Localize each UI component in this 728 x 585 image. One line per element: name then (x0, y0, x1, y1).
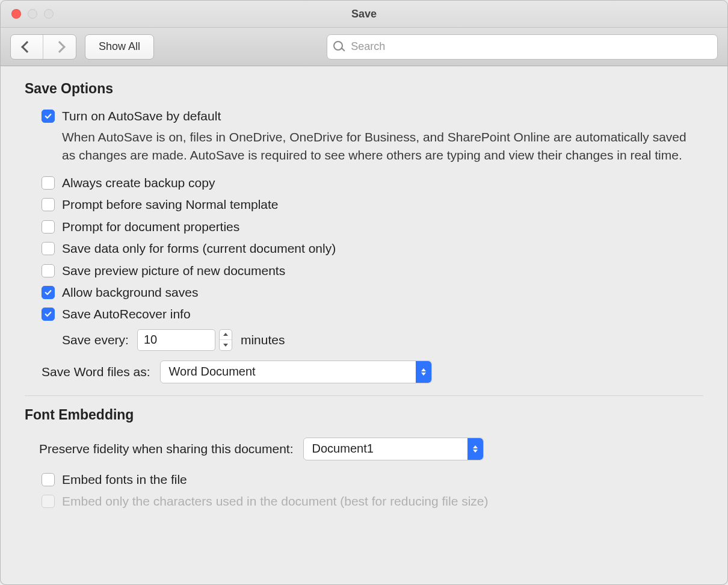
separator (25, 395, 703, 396)
stepper-up-icon[interactable] (220, 330, 232, 341)
prompt-props-label: Prompt for document properties (62, 218, 239, 235)
window-title: Save (1, 8, 727, 20)
preview-pic-checkbox[interactable] (42, 264, 55, 277)
chevron-left-icon (21, 41, 33, 53)
save-every-input[interactable]: 10 (137, 329, 215, 351)
autorecover-checkbox[interactable] (42, 308, 55, 321)
embed-subset-checkbox (42, 495, 55, 508)
preserve-fidelity-select[interactable]: Document1 (303, 438, 484, 460)
autosave-label: Turn on AutoSave by default (62, 108, 221, 125)
show-all-button[interactable]: Show All (85, 34, 154, 60)
content-area: Save Options Turn on AutoSave by default… (1, 66, 727, 585)
embed-fonts-label: Embed fonts in the file (62, 471, 187, 488)
save-files-as-label: Save Word files as: (42, 365, 150, 379)
font-embedding-heading: Font Embedding (25, 407, 703, 423)
minutes-label: minutes (241, 333, 285, 347)
prompt-normal-label: Prompt before saving Normal template (62, 196, 279, 213)
search-icon (333, 41, 345, 53)
save-data-forms-label: Save data only for forms (current docume… (62, 240, 336, 257)
search-field-wrap[interactable] (327, 34, 718, 60)
preserve-fidelity-label: Preserve fidelity when sharing this docu… (39, 442, 294, 456)
backup-copy-label: Always create backup copy (62, 175, 215, 191)
embed-fonts-checkbox[interactable] (42, 473, 55, 486)
backup-copy-checkbox[interactable] (42, 176, 55, 190)
preferences-window: Save Show All Save Options Turn on AutoS… (0, 0, 728, 585)
autosave-description: When AutoSave is on, files in OneDrive, … (62, 128, 700, 164)
stepper-down-icon[interactable] (220, 340, 232, 350)
chevron-right-icon (54, 41, 66, 53)
nav-segmented (10, 34, 76, 60)
select-arrows-icon (467, 438, 483, 460)
autorecover-label: Save AutoRecover info (62, 306, 191, 323)
save-data-forms-checkbox[interactable] (42, 242, 55, 255)
preserve-fidelity-value: Document1 (304, 438, 467, 460)
preview-pic-label: Save preview picture of new documents (62, 262, 285, 279)
prompt-normal-checkbox[interactable] (42, 198, 55, 211)
forward-button[interactable] (43, 35, 76, 59)
save-every-label: Save every: (62, 333, 129, 347)
allow-bg-saves-label: Allow background saves (62, 284, 198, 301)
select-arrows-icon (416, 361, 431, 383)
save-every-stepper[interactable] (219, 329, 232, 351)
embed-subset-label: Embed only the characters used in the do… (62, 493, 489, 510)
save-files-as-select[interactable]: Word Document (160, 361, 432, 383)
back-button[interactable] (11, 35, 43, 59)
search-input[interactable] (350, 40, 711, 54)
prompt-props-checkbox[interactable] (42, 220, 55, 234)
autosave-checkbox[interactable] (42, 110, 55, 123)
save-files-as-value: Word Document (161, 361, 416, 383)
titlebar: Save (1, 1, 727, 28)
toolbar: Show All (1, 28, 727, 66)
allow-bg-saves-checkbox[interactable] (42, 286, 55, 299)
save-options-heading: Save Options (25, 81, 703, 97)
